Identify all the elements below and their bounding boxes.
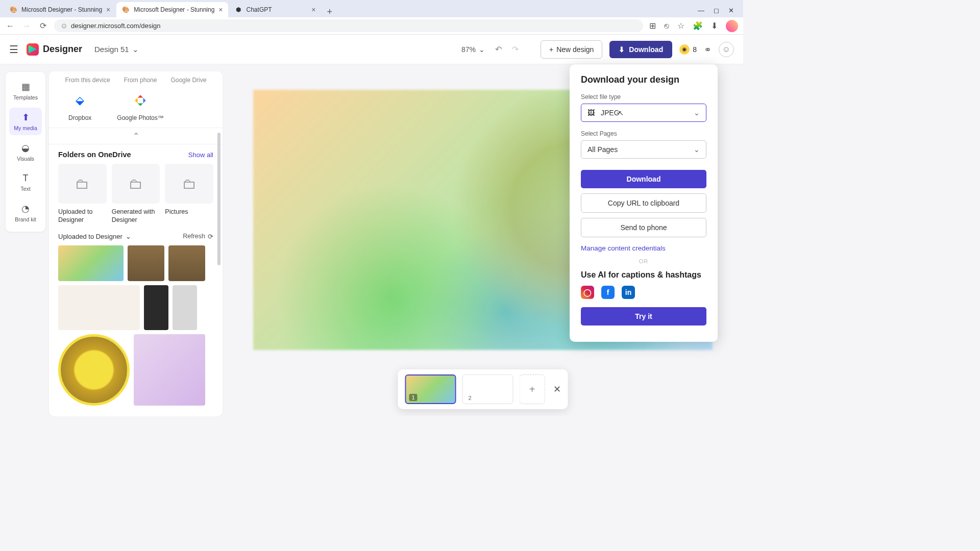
minimize-icon[interactable]: — xyxy=(698,7,704,14)
downloads-icon[interactable]: ⬇ xyxy=(711,21,718,31)
credits-counter[interactable]: ◉ 8 xyxy=(679,44,697,55)
logo-text: Designer xyxy=(43,44,82,55)
back-icon[interactable]: ← xyxy=(5,21,15,31)
brand-kit-icon: ◔ xyxy=(21,203,30,214)
credits-count: 8 xyxy=(693,45,697,54)
browser-tab-strip: 🎨 Microsoft Designer - Stunning × 🎨 Micr… xyxy=(0,0,743,17)
media-thumbnail[interactable] xyxy=(173,285,197,330)
extensions-icon[interactable]: 🧩 xyxy=(693,21,703,31)
folder-icon: 🗀 xyxy=(182,176,197,192)
close-icon[interactable]: × xyxy=(218,6,223,14)
menu-icon[interactable]: ☰ xyxy=(9,43,18,56)
profile-button[interactable]: ☺ xyxy=(719,42,734,57)
browser-tab[interactable]: 🎨 Microsoft Designer - Stunning × xyxy=(4,2,115,17)
undo-icon[interactable]: ↶ xyxy=(495,44,502,54)
upload-tab-gdrive[interactable]: Google Drive xyxy=(170,77,206,84)
folder-pictures[interactable]: 🗀 xyxy=(165,164,213,204)
folder-generated[interactable]: 🗀 xyxy=(112,164,160,204)
download-button[interactable]: ⬇ Download xyxy=(609,41,672,58)
linkedin-icon[interactable]: in xyxy=(622,286,635,299)
media-thumbnail[interactable] xyxy=(58,334,130,406)
rail-label: Templates xyxy=(13,94,38,101)
rail-brand-kit[interactable]: ◔ Brand kit xyxy=(9,199,42,227)
page-thumbnail-2[interactable]: 2 xyxy=(462,374,513,404)
rail-text[interactable]: T Text xyxy=(9,169,42,196)
cloud-label: Google Photos™ xyxy=(117,114,163,121)
rail-label: My media xyxy=(14,125,37,131)
chevron-down-icon: ⌄ xyxy=(479,45,485,54)
translate-icon[interactable]: ⎋ xyxy=(664,21,669,31)
design-name-dropdown[interactable]: Design 51 ⌄ xyxy=(94,45,139,54)
scrollbar[interactable] xyxy=(217,133,220,265)
header-center: 87% ⌄ ↶ ↷ xyxy=(461,44,519,54)
maximize-icon[interactable]: ◻ xyxy=(714,7,719,14)
forward-icon[interactable]: → xyxy=(21,21,32,31)
plus-icon: + xyxy=(529,384,535,395)
close-icon[interactable]: × xyxy=(106,6,110,14)
designer-favicon: 🎨 xyxy=(121,6,130,14)
upload-tab-phone[interactable]: From phone xyxy=(124,77,157,84)
new-tab-button[interactable]: + xyxy=(322,7,338,17)
tab-title: Microsoft Designer - Stunning xyxy=(21,6,102,13)
send-to-phone-button[interactable]: Send to phone xyxy=(581,218,706,237)
file-type-label: Select file type xyxy=(581,93,706,101)
try-it-button[interactable]: Try it xyxy=(581,307,706,325)
close-strip-icon[interactable]: ✕ xyxy=(553,384,561,395)
cloud-google-photos[interactable]: Google Photos™ xyxy=(117,92,163,121)
chevron-down-icon: ⌄ xyxy=(694,145,700,154)
rail-templates[interactable]: ▦ Templates xyxy=(9,77,42,105)
media-thumbnail[interactable] xyxy=(58,285,140,330)
page-thumbnail-1[interactable]: 1 xyxy=(405,374,456,404)
browser-tab-active[interactable]: 🎨 Microsoft Designer - Stunning × xyxy=(116,2,228,17)
uploaded-title-text: Uploaded to Designer xyxy=(58,233,122,240)
plus-icon: + xyxy=(549,45,553,54)
cloud-dropbox[interactable]: ⬙ Dropbox xyxy=(68,92,91,121)
show-all-link[interactable]: Show all xyxy=(188,151,213,159)
social-icons-row: ◯ f in xyxy=(581,286,706,299)
zoom-value: 87% xyxy=(461,45,476,54)
close-icon[interactable]: × xyxy=(311,6,315,14)
media-thumbnail[interactable] xyxy=(144,285,168,330)
facebook-icon[interactable]: f xyxy=(601,286,615,299)
collapse-handle[interactable]: ⌃ xyxy=(49,128,223,144)
browser-tab[interactable]: ⬢ ChatGPT × xyxy=(229,2,321,17)
content-credentials-link[interactable]: Manage content credentials xyxy=(581,244,706,252)
refresh-label: Refresh xyxy=(183,233,205,240)
download-panel: Download your design Select file type 🖼 … xyxy=(570,64,718,342)
reload-icon[interactable]: ⟳ xyxy=(38,21,48,31)
upload-tab-device[interactable]: From this device xyxy=(65,77,110,84)
media-thumbnail[interactable] xyxy=(134,334,205,406)
share-icon[interactable]: ⚭ xyxy=(704,44,712,55)
rail-label: Text xyxy=(20,186,30,192)
bookmark-icon[interactable]: ☆ xyxy=(677,21,684,31)
media-thumbnail[interactable] xyxy=(168,245,205,281)
file-type-select[interactable]: 🖼 JPEG ↖ ⌄ xyxy=(581,104,706,122)
profile-avatar[interactable] xyxy=(726,20,738,32)
folder-uploaded[interactable]: 🗀 xyxy=(58,164,107,204)
url-input[interactable]: ⊙ designer.microsoft.com/design xyxy=(54,19,643,32)
app-header: ☰ Designer Design 51 ⌄ 87% ⌄ ↶ ↷ + New d… xyxy=(0,35,743,64)
instagram-icon[interactable]: ◯ xyxy=(581,286,594,299)
install-app-icon[interactable]: ⊞ xyxy=(649,21,656,31)
uploaded-dropdown[interactable]: Uploaded to Designer ⌄ xyxy=(58,233,131,240)
rail-visuals[interactable]: ◒ Visuals xyxy=(9,138,42,166)
rail-label: Brand kit xyxy=(15,216,36,222)
new-design-button[interactable]: + New design xyxy=(541,40,602,59)
cloud-label: Dropbox xyxy=(68,114,91,121)
zoom-dropdown[interactable]: 87% ⌄ xyxy=(461,45,485,54)
copy-url-button[interactable]: Copy URL to clipboard xyxy=(581,193,706,213)
redo-icon[interactable]: ↷ xyxy=(512,44,519,54)
tab-title: Microsoft Designer - Stunning xyxy=(134,6,214,13)
folders-row: 🗀 🗀 🗀 xyxy=(58,164,213,204)
main-area: ▦ Templates ⬆ My media ◒ Visuals T Text … xyxy=(0,64,743,416)
pages-select[interactable]: All Pages ⌄ xyxy=(581,140,706,159)
close-window-icon[interactable]: ✕ xyxy=(728,7,734,14)
media-thumbnail[interactable] xyxy=(128,245,164,281)
site-info-icon[interactable]: ⊙ xyxy=(61,22,67,30)
download-action-button[interactable]: Download xyxy=(581,170,706,188)
refresh-button[interactable]: Refresh ⟳ xyxy=(183,233,213,240)
add-page-button[interactable]: + xyxy=(520,374,545,404)
media-thumbnail[interactable] xyxy=(58,245,124,281)
rail-my-media[interactable]: ⬆ My media xyxy=(9,108,42,135)
logo[interactable]: Designer xyxy=(27,43,82,56)
